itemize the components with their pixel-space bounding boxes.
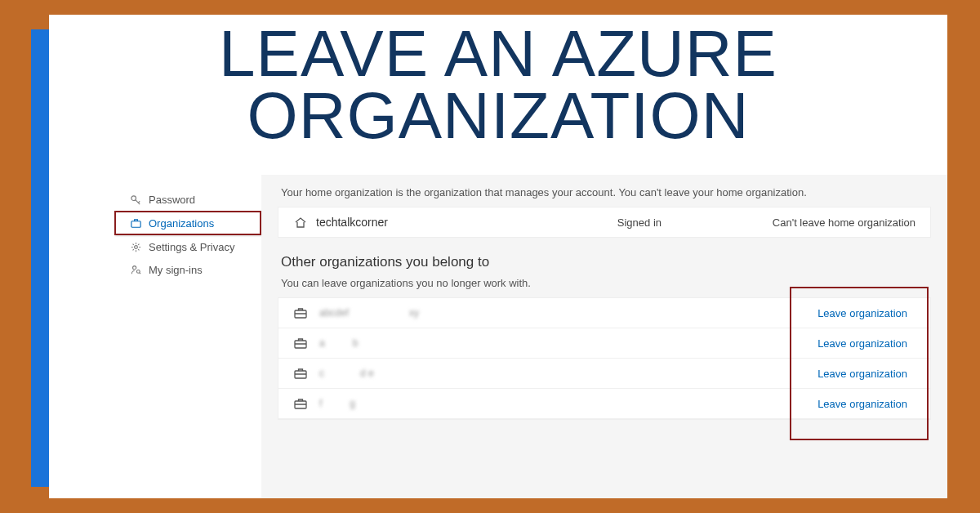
other-orgs-title: Other organizations you belong to: [281, 254, 931, 270]
headline-line2: ORGANIZATION: [49, 85, 947, 147]
leave-organization-link[interactable]: Leave organization: [817, 307, 915, 319]
sidebar-item-devices[interactable]: [114, 180, 261, 188]
leave-organization-link[interactable]: Leave organization: [817, 368, 915, 380]
svg-rect-1: [131, 221, 140, 227]
briefcase-icon: [293, 397, 308, 410]
sidebar-item-label: Organizations: [149, 217, 214, 230]
home-org-name: techtalkcorner: [316, 216, 609, 229]
org-detail-redacted: xy: [409, 307, 419, 319]
sidebar-item-label: Password: [149, 194, 195, 206]
org-row: abcdef xy Leave organization: [278, 298, 930, 328]
sidebar-item-label: My sign-ins: [149, 264, 203, 276]
gear-icon: [129, 240, 142, 253]
sidebar-item-organizations[interactable]: Organizations: [114, 211, 261, 235]
cant-leave-label: Can't leave home organization: [773, 216, 915, 229]
devices-icon: [129, 180, 142, 188]
home-org-row: techtalkcorner Signed in Can't leave hom…: [278, 207, 931, 238]
other-orgs-list: abcdef xy Leave organization a b Leave o…: [278, 297, 931, 420]
sidebar: Password Organizations Settings & Pri: [114, 175, 261, 498]
org-detail-redacted: d e: [360, 368, 374, 379]
briefcase-icon: [293, 367, 308, 380]
briefcase-icon: [293, 306, 308, 319]
page-title: LEAVE AN AZURE ORGANIZATION: [49, 15, 947, 147]
sidebar-item-my-signins[interactable]: My sign-ins: [114, 258, 261, 281]
leave-organization-link[interactable]: Leave organization: [817, 398, 915, 410]
org-row: a b Leave organization: [278, 328, 930, 359]
org-name-redacted: abcdef: [319, 307, 349, 319]
main-content: Your home organization is the organizati…: [261, 175, 947, 498]
org-detail-redacted: b: [353, 337, 359, 349]
headline-line1: LEAVE AN AZURE: [49, 23, 947, 85]
other-orgs-description: You can leave organizations you no longe…: [281, 277, 931, 289]
person-search-icon: [129, 263, 142, 276]
org-row: c d e Leave organization: [278, 359, 930, 389]
org-name-redacted: c: [319, 368, 324, 379]
home-org-description: Your home organization is the organizati…: [281, 186, 931, 199]
leave-organization-link[interactable]: Leave organization: [817, 337, 915, 350]
svg-point-3: [132, 265, 136, 269]
org-row: f g Leave organization: [278, 389, 930, 419]
briefcase-icon: [129, 216, 142, 230]
azure-account-panel: Password Organizations Settings & Pri: [114, 175, 947, 498]
sidebar-item-label: Settings & Privacy: [149, 241, 235, 253]
svg-point-4: [136, 270, 140, 273]
org-detail-redacted: g: [350, 398, 355, 409]
org-name-redacted: a: [319, 337, 325, 349]
sidebar-item-password[interactable]: Password: [114, 188, 261, 211]
svg-point-0: [131, 195, 136, 200]
briefcase-icon: [293, 337, 308, 350]
svg-point-2: [134, 245, 137, 248]
signed-in-label: Signed in: [617, 216, 764, 229]
org-name-redacted: f: [319, 398, 322, 409]
sidebar-item-settings-privacy[interactable]: Settings & Privacy: [114, 235, 261, 258]
home-icon: [293, 216, 308, 229]
key-icon: [129, 193, 142, 206]
